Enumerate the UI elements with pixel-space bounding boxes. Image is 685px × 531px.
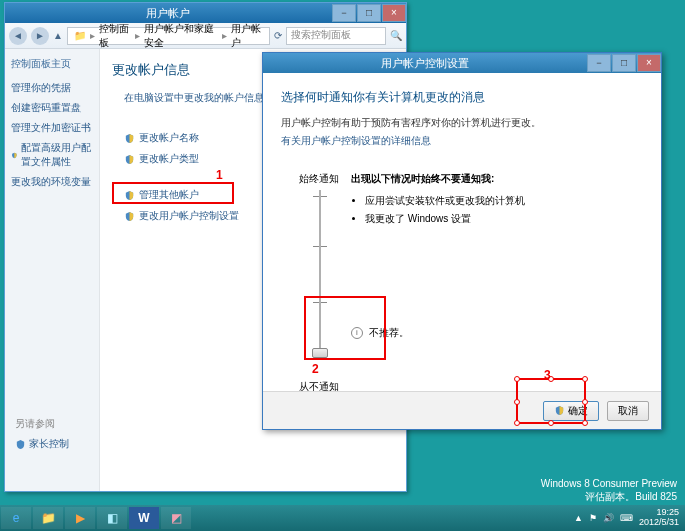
shield-icon (124, 133, 135, 144)
sidebar-home[interactable]: 控制面板主页 (11, 57, 93, 71)
tray-icon[interactable]: ▲ (574, 513, 583, 523)
annotation-3: 3 (544, 368, 551, 382)
shield-icon (15, 439, 26, 450)
annotation-box-2 (304, 296, 386, 360)
media-icon[interactable]: ▶ (65, 507, 95, 529)
uac-minimize-button[interactable]: － (587, 54, 611, 72)
shield-icon (124, 154, 135, 165)
keyboard-icon[interactable]: ⌨ (620, 513, 633, 523)
sidebar-item[interactable]: 管理你的凭据 (11, 81, 93, 95)
sidebar-item[interactable]: 配置高级用户配置文件属性 (11, 141, 93, 169)
title-bar[interactable]: 用户帐户 － □ × (5, 3, 406, 23)
search-input[interactable]: 搜索控制面板 (286, 27, 386, 45)
sidebar: 控制面板主页 管理你的凭据 创建密码重置盘 管理文件加密证书 配置高级用户配置文… (5, 49, 100, 491)
forward-button[interactable]: ► (31, 27, 49, 45)
app-icon[interactable]: ◧ (97, 507, 127, 529)
uac-title-bar[interactable]: 用户帐户控制设置 － □ × (263, 53, 661, 73)
shield-icon (11, 150, 18, 161)
app2-icon[interactable]: ◩ (161, 507, 191, 529)
slider-top-label: 始终通知 (299, 172, 331, 186)
breadcrumb[interactable]: 📁▸ 控制面板▸ 用户帐户和家庭安全▸ 用户帐户 (67, 27, 270, 45)
watermark: Windows 8 Consumer Preview 评估副本。Build 82… (541, 477, 677, 503)
see-also-link[interactable]: 家长控制 (15, 437, 69, 451)
window-title: 用户帐户 (5, 6, 331, 21)
maximize-button[interactable]: □ (357, 4, 381, 22)
back-button[interactable]: ◄ (9, 27, 27, 45)
uac-info-panel: 出现以下情况时始终不要通知我: 应用尝试安装软件或更改我的计算机 我更改了 Wi… (351, 172, 643, 391)
uac-description: 用户帐户控制有助于预防有害程序对你的计算机进行更改。 (281, 116, 643, 130)
slider-bottom-label: 从不通知 (299, 380, 339, 391)
sidebar-item[interactable]: 管理文件加密证书 (11, 121, 93, 135)
word-icon[interactable]: W (129, 507, 159, 529)
uac-footer: 确定 取消 (263, 391, 661, 429)
sidebar-item[interactable]: 创建密码重置盘 (11, 101, 93, 115)
info-item: 我更改了 Windows 设置 (365, 212, 643, 226)
annotation-2: 2 (312, 362, 319, 376)
annotation-box-1 (112, 182, 234, 204)
uac-heading: 选择何时通知你有关计算机更改的消息 (281, 89, 643, 106)
search-icon[interactable]: 🔍 (390, 30, 402, 41)
sidebar-item[interactable]: 更改我的环境变量 (11, 175, 93, 189)
explorer-icon[interactable]: 📁 (33, 507, 63, 529)
uac-dialog: 用户帐户控制设置 － □ × 选择何时通知你有关计算机更改的消息 用户帐户控制有… (262, 52, 662, 430)
flag-icon[interactable]: ⚑ (589, 513, 597, 523)
minimize-button[interactable]: － (332, 4, 356, 22)
up-button[interactable]: ▲ (53, 30, 63, 41)
uac-close-button[interactable]: × (637, 54, 661, 72)
info-item: 应用尝试安装软件或更改我的计算机 (365, 194, 643, 208)
not-recommended: i 不推荐。 (351, 326, 643, 340)
uac-more-link[interactable]: 有关用户帐户控制设置的详细信息 (281, 134, 431, 148)
ie-icon[interactable]: e (1, 507, 31, 529)
see-also-label: 另请参阅 (15, 417, 69, 431)
annotation-1: 1 (216, 168, 223, 182)
cancel-button[interactable]: 取消 (607, 401, 649, 421)
annotation-box-3 (516, 378, 586, 424)
uac-maximize-button[interactable]: □ (612, 54, 636, 72)
taskbar: e 📁 ▶ ◧ W ◩ ▲ ⚑ 🔊 ⌨ 19:25 2012/5/31 (0, 505, 685, 531)
clock[interactable]: 19:25 2012/5/31 (639, 508, 679, 528)
info-title: 出现以下情况时始终不要通知我: (351, 172, 643, 186)
close-button[interactable]: × (382, 4, 406, 22)
shield-icon (124, 211, 135, 222)
toolbar: ◄ ► ▲ 📁▸ 控制面板▸ 用户帐户和家庭安全▸ 用户帐户 ⟳ 搜索控制面板 … (5, 23, 406, 49)
refresh-icon[interactable]: ⟳ (274, 30, 282, 41)
uac-title: 用户帐户控制设置 (263, 56, 586, 71)
volume-icon[interactable]: 🔊 (603, 513, 614, 523)
